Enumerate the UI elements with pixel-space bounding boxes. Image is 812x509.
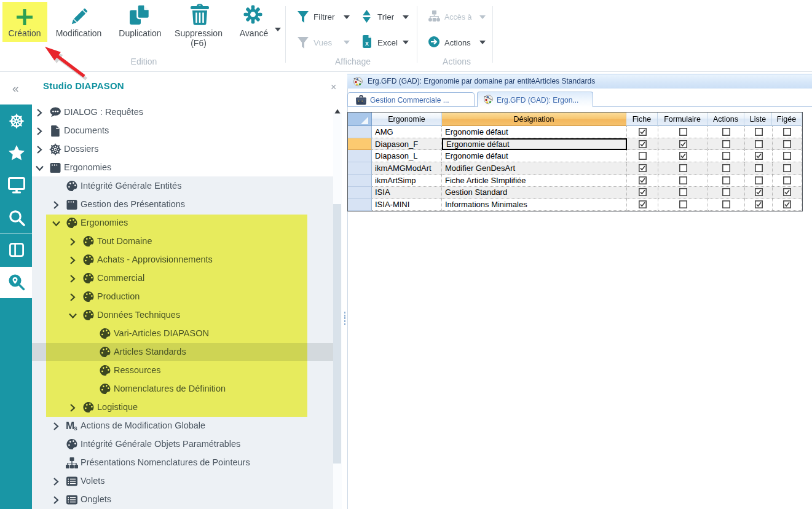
svg-text:x: x	[365, 39, 369, 47]
